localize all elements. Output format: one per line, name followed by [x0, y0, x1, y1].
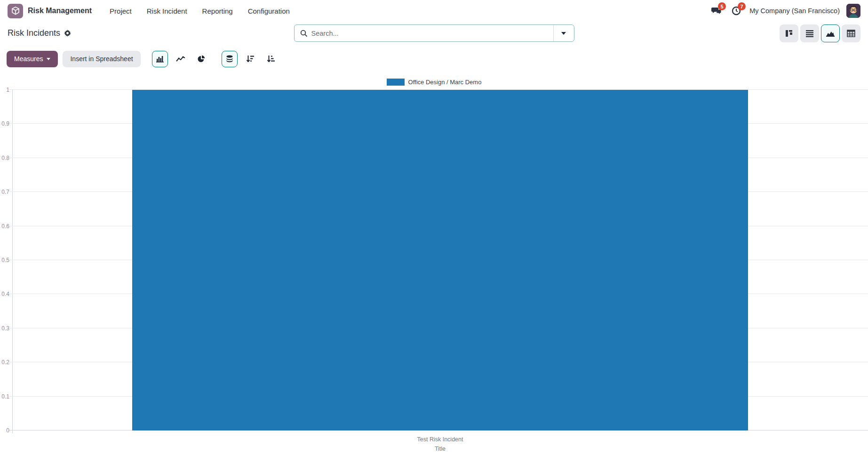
sort-desc-button[interactable]: [242, 51, 258, 67]
menu-risk-incident[interactable]: Risk Incident: [141, 4, 193, 18]
sort-asc-button[interactable]: [263, 51, 279, 67]
legend-label: Office Design / Marc Demo: [408, 79, 482, 86]
y-axis-tick-label: 0.1: [0, 393, 9, 400]
systray: 5 7 My Company (San Francisco): [710, 4, 860, 18]
menu-reporting[interactable]: Reporting: [197, 4, 239, 18]
page-title: Risk Incidents: [8, 28, 60, 38]
y-axis-tick-label: 0.9: [0, 120, 9, 127]
line-chart-icon: [176, 56, 185, 63]
line-chart-mode-button[interactable]: [173, 51, 189, 67]
plot-area: 00.10.20.30.40.50.60.70.80.91: [12, 90, 868, 430]
messages-button[interactable]: 5: [710, 4, 723, 17]
sort-amount-desc-icon: [246, 55, 255, 63]
main-menu: Project Risk Incident Reporting Configur…: [104, 4, 295, 18]
view-pivot-button[interactable]: [842, 24, 860, 42]
pivot-icon: [847, 30, 855, 37]
graph-view: Office Design / Marc Demo 00.10.20.30.40…: [0, 73, 868, 454]
stacked-toggle-button[interactable]: [222, 51, 238, 67]
x-axis-title: Title: [12, 446, 868, 452]
y-axis-tick-label: 0.8: [0, 155, 9, 161]
app-switcher[interactable]: Risk Management: [8, 4, 92, 18]
control-panel-header: Risk Incidents: [0, 22, 868, 45]
chevron-down-icon: [47, 58, 50, 60]
y-axis-tick-label: 0.5: [0, 257, 9, 263]
x-axis-tick-label: Test Risk Incident: [12, 436, 868, 443]
insert-label: Insert in Spreadsheet: [70, 55, 133, 63]
pie-chart-icon: [197, 55, 205, 63]
search-input[interactable]: [311, 30, 548, 37]
company-selector[interactable]: My Company (San Francisco): [749, 7, 840, 15]
y-axis-tick-label: 0.4: [0, 291, 9, 297]
y-axis-tick-label: 0: [0, 427, 9, 434]
view-kanban-button[interactable]: [780, 24, 798, 42]
app-name: Risk Management: [28, 7, 92, 15]
kanban-icon: [785, 29, 793, 38]
y-axis-tick-label: 0.2: [0, 359, 9, 366]
sort-amount-asc-icon: [267, 55, 275, 63]
measures-label: Measures: [14, 55, 43, 63]
chart-legend[interactable]: Office Design / Marc Demo: [0, 79, 868, 86]
graph-icon: [826, 29, 835, 37]
y-axis-tick-label: 0.7: [0, 189, 9, 195]
bar-chart-icon: [156, 55, 164, 63]
graph-toolbar: Measures Insert in Spreadsheet: [0, 45, 868, 73]
y-axis-tick-label: 1: [0, 87, 9, 93]
messages-badge: 5: [718, 2, 726, 10]
y-axis-tick-label: 0.3: [0, 325, 9, 332]
search-icon: [300, 30, 308, 37]
user-avatar[interactable]: [846, 4, 860, 18]
view-graph-button[interactable]: [821, 24, 840, 42]
y-axis-tick-label: 0.6: [0, 223, 9, 230]
search-bar: [294, 24, 574, 42]
menu-configuration[interactable]: Configuration: [242, 4, 295, 18]
app-logo-icon: [8, 4, 23, 18]
activities-button[interactable]: 7: [730, 4, 743, 17]
measures-button[interactable]: Measures: [7, 51, 58, 67]
pie-chart-mode-button[interactable]: [193, 51, 209, 67]
bar-chart-mode-button[interactable]: [152, 51, 168, 67]
chevron-down-icon: [561, 32, 566, 35]
top-navbar: Risk Management Project Risk Incident Re…: [0, 0, 868, 22]
view-list-button[interactable]: [800, 24, 819, 42]
menu-project[interactable]: Project: [104, 4, 137, 18]
gear-icon[interactable]: [64, 30, 71, 37]
list-icon: [805, 30, 814, 37]
legend-swatch: [387, 79, 405, 86]
chart-bar[interactable]: [132, 90, 749, 430]
stacked-database-icon: [226, 55, 233, 63]
view-switcher: [574, 24, 861, 42]
activities-badge: 7: [738, 2, 746, 10]
search-main: [295, 30, 553, 37]
breadcrumb: Risk Incidents: [8, 28, 294, 38]
insert-in-spreadsheet-button[interactable]: Insert in Spreadsheet: [63, 51, 140, 67]
search-options-toggle[interactable]: [553, 25, 574, 41]
